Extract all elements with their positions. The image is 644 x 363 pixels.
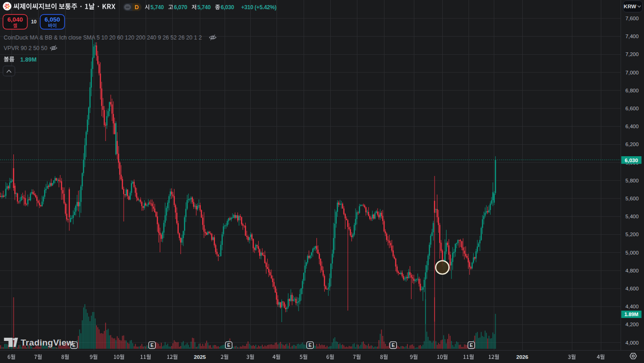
svg-text:6,070: 6,070 <box>174 4 188 11</box>
svg-text:10: 10 <box>31 19 36 24</box>
svg-text:E: E <box>308 342 311 348</box>
svg-text:5,800: 5,800 <box>626 178 639 183</box>
svg-text:5,600: 5,600 <box>626 196 639 201</box>
svg-text:7,600: 7,600 <box>626 16 639 21</box>
svg-text:4,600: 4,600 <box>626 286 639 291</box>
svg-text:7,000: 7,000 <box>626 70 639 75</box>
svg-text:6,040: 6,040 <box>7 16 23 23</box>
svg-text:6,200: 6,200 <box>626 142 639 147</box>
svg-text:4,200: 4,200 <box>626 322 639 327</box>
svg-text:6,050: 6,050 <box>45 16 60 23</box>
svg-text:4,800: 4,800 <box>626 268 639 273</box>
svg-text:TradingView: TradingView <box>21 338 73 347</box>
svg-text:VPVR 90 2 50 50: VPVR 90 2 50 50 <box>4 45 47 51</box>
svg-text:4,000: 4,000 <box>626 340 639 346</box>
svg-text:7,200: 7,200 <box>626 51 639 57</box>
svg-text:2026: 2026 <box>516 354 529 360</box>
svg-text:E: E <box>391 342 395 348</box>
svg-text:1.89M: 1.89M <box>20 56 37 63</box>
svg-text:KRW: KRW <box>624 4 636 9</box>
svg-text:6,600: 6,600 <box>626 106 639 111</box>
svg-text:4,400: 4,400 <box>626 304 639 309</box>
svg-text:5,740: 5,740 <box>198 4 211 11</box>
svg-text:6,030: 6,030 <box>221 4 235 11</box>
svg-text:E: E <box>227 342 230 348</box>
svg-text:7,400: 7,400 <box>626 34 639 39</box>
svg-text:5,200: 5,200 <box>626 232 639 237</box>
svg-text:6,030: 6,030 <box>625 158 638 163</box>
svg-text:+310 (+5.42%): +310 (+5.42%) <box>241 4 277 11</box>
svg-text:2025: 2025 <box>194 354 206 360</box>
svg-text:D: D <box>135 4 139 11</box>
svg-text:5,740: 5,740 <box>151 4 164 11</box>
svg-text:1.89M: 1.89M <box>624 312 638 317</box>
svg-text:5,000: 5,000 <box>626 250 639 255</box>
svg-text:5,400: 5,400 <box>626 214 639 219</box>
svg-text:6,400: 6,400 <box>626 124 639 129</box>
svg-text:E: E <box>469 342 473 348</box>
svg-text:CoinDuck MA & BB & Ich close S: CoinDuck MA & BB & Ich close SMA 5 10 20… <box>4 34 202 41</box>
svg-text:6,800: 6,800 <box>626 88 639 93</box>
svg-text:E: E <box>150 342 153 348</box>
